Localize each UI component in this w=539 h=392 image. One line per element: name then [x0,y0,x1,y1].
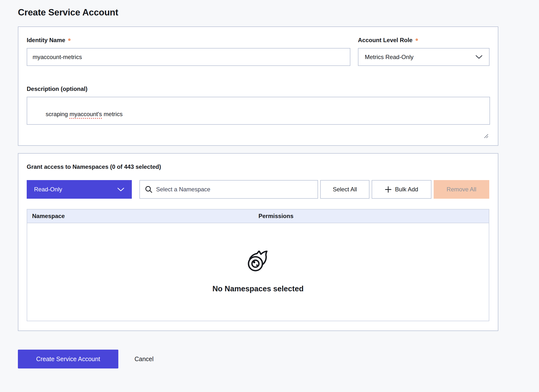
required-dot-icon [416,38,418,41]
empty-state-text: No Namespaces selected [212,284,304,293]
namespaces-empty-state: No Namespaces selected [27,223,489,321]
namespaces-table-header: Namespace Permissions [27,209,489,223]
bulk-add-button[interactable]: Bulk Add [372,180,431,199]
required-dot-icon [68,38,71,41]
page-title: Create Service Account [18,7,539,18]
column-header-permissions: Permissions [254,213,489,220]
column-header-namespace: Namespace [27,213,254,220]
plus-icon [385,186,392,193]
search-placeholder: Select a Namespace [156,186,210,193]
account-level-role-select[interactable]: Metrics Read-Only [358,48,490,66]
misspelled-word: myaccount's [70,111,102,117]
namespaces-heading: Grant access to Namespaces (0 of 443 sel… [27,163,490,170]
comet-icon [247,251,269,272]
search-icon [145,185,153,193]
namespaces-card: Grant access to Namespaces (0 of 443 sel… [18,153,498,331]
cancel-button[interactable]: Cancel [135,355,154,363]
permission-level-value: Read-Only [34,186,62,193]
chevron-down-icon [117,187,124,192]
namespaces-table: Namespace Permissions No Namespac [27,209,489,321]
create-service-account-page: Create Service Account Identity Name Acc… [0,0,539,392]
account-level-role-value: Metrics Read-Only [365,54,414,61]
namespace-controls-row: Read-Only Select a Namespace Select [27,180,490,199]
account-details-card: Identity Name Account Level Role Metrics… [18,26,498,146]
chevron-down-icon [475,55,483,59]
identity-name-input[interactable] [27,48,350,66]
identity-name-label: Identity Name [27,37,350,44]
namespace-search-input[interactable]: Select a Namespace [139,180,318,199]
resize-handle-icon[interactable] [483,118,489,124]
select-all-button[interactable]: Select All [320,180,369,199]
create-service-account-button[interactable]: Create Service Account [18,350,118,368]
permission-level-dropdown[interactable]: Read-Only [27,180,132,199]
account-level-role-label: Account Level Role [358,37,490,44]
remove-all-button[interactable]: Remove All [434,180,489,199]
form-actions: Create Service Account Cancel [18,350,539,368]
description-label: Description (optional) [27,86,490,92]
description-textarea[interactable]: scraping myaccount's metrics [27,97,490,125]
